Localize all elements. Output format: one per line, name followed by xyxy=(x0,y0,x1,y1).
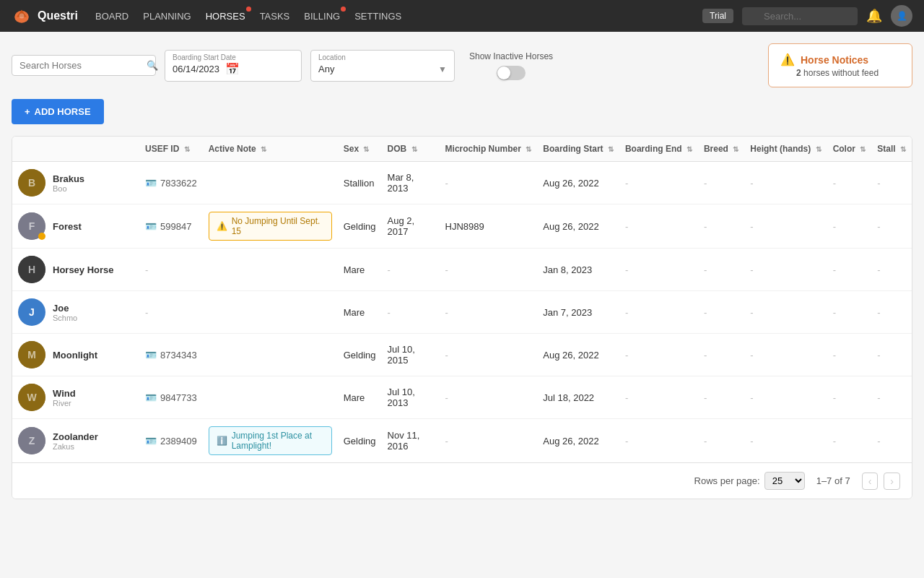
usef-id-cell: 🪪2389409 xyxy=(139,419,203,463)
breed-cell: - xyxy=(698,376,744,419)
usef-id-cell: 🪪7833622 xyxy=(139,162,203,204)
color-cell: - xyxy=(827,419,872,463)
dob-cell: Jul 10, 2013 xyxy=(382,376,440,419)
col-sex[interactable]: Sex ⇅ xyxy=(338,137,382,162)
nav-tasks[interactable]: TASKS xyxy=(260,11,290,22)
sort-note-icon: ⇅ xyxy=(261,145,266,153)
col-stall[interactable]: Stall ⇅ xyxy=(871,137,912,162)
nav-horses[interactable]: HORSES xyxy=(206,11,245,22)
rows-per-page-label: Rows per page: xyxy=(694,475,760,486)
table-row[interactable]: W Wind River 🪪9847733 Mare Jul 10, 2013 … xyxy=(12,376,912,419)
warning-icon: ⚠️ xyxy=(217,221,227,231)
active-note-cell: ⚠️No Jumping Until Sept. 15 xyxy=(203,204,338,249)
horse-avatar-wrapper: F xyxy=(18,212,45,240)
boarding-end-cell: - xyxy=(619,334,698,376)
color-cell: - xyxy=(827,204,872,249)
boarding-start-cell: Aug 26, 2022 xyxy=(537,419,619,463)
dob-cell: Jul 10, 2015 xyxy=(382,334,440,376)
pagination-info: 1–7 of 7 xyxy=(816,475,850,486)
horse-info: Zoolander Zakus xyxy=(53,431,98,451)
horse-subtitle: Zakus xyxy=(53,442,98,451)
height-cell: - xyxy=(744,419,827,463)
rows-per-page-group: Rows per page: 25 50 100 xyxy=(694,472,805,490)
microchip-cell: - xyxy=(440,419,538,463)
col-height[interactable]: Height (hands) ⇅ xyxy=(744,137,827,162)
table-row[interactable]: F Forest 🪪599847 ⚠️No Jumping Until Sept… xyxy=(12,204,912,249)
page-navigation: ‹ › xyxy=(862,473,900,490)
col-active-note[interactable]: Active Note ⇅ xyxy=(203,137,338,162)
location-select[interactable]: Any Barn A Barn B Pasture xyxy=(318,64,432,74)
breed-cell: - xyxy=(698,419,744,463)
col-breed[interactable]: Breed ⇅ xyxy=(698,137,744,162)
usef-icon: 🪪 xyxy=(145,350,157,361)
table-row[interactable]: B Brakus Boo 🪪7833622 Stallion Mar 8, 20… xyxy=(12,162,912,204)
col-boarding-end[interactable]: Boarding End ⇅ xyxy=(619,137,698,162)
sex-cell: Mare xyxy=(338,249,382,291)
color-cell: - xyxy=(827,249,872,291)
nav-planning[interactable]: PLANNING xyxy=(143,11,191,22)
usef-icon: 🪪 xyxy=(145,392,157,403)
dob-cell: - xyxy=(382,291,440,334)
plus-icon: + xyxy=(25,106,30,117)
filters-row: 🔍 Boarding Start Date 06/14/2023 📅 Locat… xyxy=(12,43,912,87)
table-row[interactable]: Z Zoolander Zakus 🪪2389409 ℹ️Jumping 1st… xyxy=(12,419,912,463)
col-dob[interactable]: DOB ⇅ xyxy=(382,137,440,162)
breed-cell: - xyxy=(698,249,744,291)
location-filter[interactable]: Location Any Barn A Barn B Pasture ▼ xyxy=(310,50,455,82)
svg-point-2 xyxy=(19,14,25,19)
microchip-cell: - xyxy=(440,291,538,334)
show-inactive-toggle[interactable] xyxy=(497,66,526,80)
user-avatar[interactable]: 👤 xyxy=(891,5,912,27)
horse-avatar: B xyxy=(18,169,45,197)
svg-text:Z: Z xyxy=(29,435,35,447)
col-boarding-start[interactable]: Boarding Start ⇅ xyxy=(537,137,619,162)
table-row[interactable]: J Joe Schmo - Mare - - Jan 7, 2023 - - -… xyxy=(12,291,912,334)
horse-name: Joe xyxy=(53,303,77,314)
status-dot xyxy=(38,233,45,240)
col-microchip[interactable]: Microchip Number ⇅ xyxy=(440,137,538,162)
prev-page-button[interactable]: ‹ xyxy=(862,473,879,490)
horse-name: Forest xyxy=(53,221,82,232)
notifications-button[interactable]: 🔔 xyxy=(866,8,882,24)
table-row[interactable]: M Moonlight 🪪8734343 Gelding Jul 10, 201… xyxy=(12,334,912,376)
sort-breed-icon: ⇅ xyxy=(733,145,738,153)
notices-text: horses without feed xyxy=(803,68,879,78)
horse-cell: M Moonlight xyxy=(12,334,139,376)
height-cell: - xyxy=(744,204,827,249)
usef-id-cell: - xyxy=(139,249,203,291)
horse-name: Horsey Horse xyxy=(53,264,114,275)
boarding-start-date-field[interactable]: Boarding Start Date 06/14/2023 📅 xyxy=(165,50,302,82)
horse-cell: J Joe Schmo xyxy=(12,291,139,334)
dob-cell: Mar 8, 2013 xyxy=(382,162,440,204)
nav-settings[interactable]: SETTINGS xyxy=(354,11,401,22)
dob-cell: - xyxy=(382,249,440,291)
horse-cell: F Forest xyxy=(12,204,139,249)
active-note-warning: ⚠️No Jumping Until Sept. 15 xyxy=(209,212,332,241)
active-note-cell xyxy=(203,376,338,419)
horse-info: Wind River xyxy=(53,388,76,407)
nav-search-input[interactable] xyxy=(742,7,858,25)
rows-per-page-select[interactable]: 25 50 100 xyxy=(764,472,805,490)
add-horse-button[interactable]: + ADD HORSE xyxy=(12,99,104,124)
sort-stall-icon: ⇅ xyxy=(900,145,906,153)
col-color[interactable]: Color ⇅ xyxy=(827,137,872,162)
horse-search-field[interactable]: 🔍 xyxy=(12,55,156,76)
dob-cell: Aug 2, 2017 xyxy=(382,204,440,249)
trial-badge: Trial xyxy=(702,9,733,23)
brand[interactable]: Questri xyxy=(12,6,78,26)
next-page-button[interactable]: › xyxy=(884,473,900,490)
col-usef-id[interactable]: USEF ID ⇅ xyxy=(139,137,203,162)
show-inactive-label: Show Inactive Horses xyxy=(469,51,553,61)
calendar-icon[interactable]: 📅 xyxy=(225,62,240,76)
table-row[interactable]: H Horsey Horse - Mare - - Jan 8, 2023 - … xyxy=(12,249,912,291)
horse-info: Horsey Horse xyxy=(53,264,114,275)
horse-search-input[interactable] xyxy=(19,60,141,71)
nav-billing[interactable]: BILLING xyxy=(304,11,340,22)
usef-id-value: 8734343 xyxy=(160,350,197,361)
horses-table-wrapper: USEF ID ⇅ Active Note ⇅ Sex ⇅ DOB ⇅ Micr… xyxy=(12,136,912,499)
microchip-cell: - xyxy=(440,249,538,291)
horse-subtitle: Schmo xyxy=(53,314,77,322)
height-cell: - xyxy=(744,334,827,376)
horse-info: Brakus Boo xyxy=(53,173,84,193)
nav-board[interactable]: BOARD xyxy=(95,11,128,22)
